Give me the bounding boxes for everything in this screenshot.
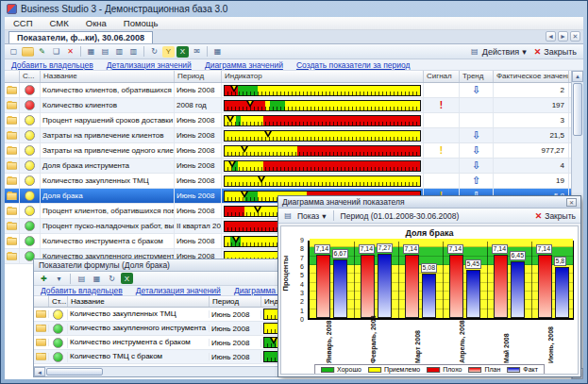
tab-indicators[interactable]: Показатели, ф...ки), 30.06.2008	[8, 31, 153, 43]
table-row[interactable]: Доля брака инструментаИюнь 2008⇩4	[5, 159, 571, 174]
table-row[interactable]: Количество закупленных ТМЦИюнь 2008⇧19	[5, 174, 571, 189]
column-header[interactable]	[5, 71, 20, 82]
print-icon[interactable]: ▥	[127, 46, 140, 58]
save-icon[interactable]: ▦	[91, 273, 103, 284]
show-dropdown-button[interactable]: Показ▾	[297, 211, 327, 221]
table-row[interactable]: Процент нарушений сроков доставки ТМЦИюн…	[5, 113, 571, 128]
actions-button[interactable]: ▤ Действия▾	[470, 46, 527, 58]
indicator-segment	[225, 101, 265, 110]
edit-icon[interactable]: ✎	[36, 46, 48, 58]
scroll-left-icon[interactable]: ◄	[34, 367, 45, 376]
new-icon[interactable]: ▢	[8, 46, 20, 58]
main-toolbar: ▢✎❏✕▦▤▥▥↻YX✉▦ ▤ Действия▾ ✕ Закрыть	[5, 44, 583, 59]
command-link[interactable]: Диаграмма значений	[205, 60, 283, 70]
column-header[interactable]: Ст...	[49, 296, 68, 307]
chart-x-label: Март 2008	[414, 320, 424, 363]
refresh-icon[interactable]: ↻	[148, 46, 160, 58]
clone-icon[interactable]: ❏	[50, 46, 62, 58]
legend-swatch-green	[321, 367, 334, 373]
menu-item[interactable]: СМК	[42, 18, 77, 28]
menu-bar: ССПСМКОкнаПомощь	[5, 17, 583, 30]
legend-swatch-plan	[468, 367, 481, 373]
dropdown-icon[interactable]: ▾	[53, 273, 65, 284]
chart-bar-fact	[422, 274, 436, 318]
filter-icon[interactable]: Y	[162, 46, 175, 58]
delete-icon[interactable]: ✕	[64, 46, 76, 58]
chart-group-separator	[487, 242, 488, 318]
report-icon[interactable]: ▤	[76, 273, 88, 284]
folder-cell	[5, 128, 20, 142]
status-circle-green	[53, 352, 63, 362]
tab-close-icon[interactable]: ✕	[570, 31, 580, 42]
tab-scroll-right-icon[interactable]: ►	[558, 31, 568, 42]
column-header[interactable]: Название	[41, 71, 175, 82]
column-header[interactable]	[34, 296, 49, 307]
chart-area: Доля брака Проценты 7,146,677,147,277,14…	[280, 225, 579, 375]
indicator-cell	[222, 128, 424, 142]
scroll-thumb[interactable]	[573, 83, 582, 136]
period-cell: Июнь 2008	[175, 159, 222, 173]
scroll-up-icon[interactable]: ▲	[572, 71, 583, 82]
chart-bar-fact	[555, 267, 569, 318]
report-icon[interactable]: ▥	[113, 46, 126, 58]
indicator-marker	[246, 101, 254, 108]
folder-icon	[7, 132, 17, 140]
save-icon[interactable]: ▦	[85, 46, 97, 58]
column-header[interactable]: Период	[175, 71, 222, 82]
export-excel-icon[interactable]: X	[121, 273, 133, 284]
indicator-marker	[258, 176, 265, 183]
trend-cell	[460, 98, 494, 112]
column-header[interactable]: Тренд	[460, 71, 494, 82]
open-folder-icon[interactable]	[22, 47, 34, 57]
dialog-close-icon[interactable]: ✕	[566, 198, 577, 207]
folder-cell	[5, 204, 20, 218]
period-cell: Июнь 2008	[175, 189, 222, 203]
column-header[interactable]: Период	[210, 296, 261, 307]
folder-cell	[5, 113, 20, 127]
hscroll-thumb[interactable]	[46, 368, 103, 376]
column-header[interactable]: Сигнал	[424, 71, 460, 82]
indicator-segment	[238, 86, 258, 95]
table-row[interactable]: Затраты на привлечение клиентовИюнь 2008…	[5, 128, 571, 143]
status-cell	[49, 338, 68, 348]
actions-icon: ▤	[470, 46, 479, 58]
column-header[interactable]: Название	[68, 296, 210, 307]
refresh-icon[interactable]: ↻	[106, 273, 118, 284]
table-row[interactable]: Затраты на привлечение одного клиентаИюн…	[5, 143, 571, 159]
table-row[interactable]: Количество клиентов2008 год!197	[5, 98, 571, 113]
dialog-close-button[interactable]: ✕ Закрыть	[535, 211, 576, 221]
column-header[interactable]: Фактическое значение	[494, 71, 569, 82]
signal-cell	[424, 113, 460, 127]
dialog-title-bar[interactable]: Диаграмма значений показателя ✕	[278, 196, 580, 209]
command-link[interactable]: Детализация значений	[107, 60, 192, 70]
command-link[interactable]: Добавить владельцев	[11, 60, 93, 70]
chart-bar-label: 6,45	[510, 251, 527, 260]
status-cell	[49, 324, 68, 334]
tab-scroll-left-icon[interactable]: ◄	[546, 31, 556, 42]
command-link[interactable]: Добавить владельцев	[41, 286, 123, 295]
title-bar[interactable]: Business Studio 3 - Демонстрационная баз…	[1, 1, 587, 17]
table-row[interactable]: Количество клиентов, обратившихся повтор…	[5, 83, 571, 98]
close-view-button[interactable]: ✕ Закрыть	[534, 47, 577, 57]
command-link[interactable]: Создать показатели за период	[296, 60, 411, 70]
menu-item[interactable]: ССП	[5, 18, 42, 28]
chart-title: Доля брака	[281, 226, 578, 239]
chart-bar-plan	[361, 255, 375, 318]
add-icon[interactable]: ✚	[38, 273, 50, 284]
export-excel-icon[interactable]: X	[176, 46, 189, 58]
column-header[interactable]: С...	[20, 71, 41, 82]
save-all-icon[interactable]: ▤	[99, 46, 111, 58]
legend-item: Хорошо	[321, 366, 361, 373]
menu-item[interactable]: Помощь	[115, 18, 167, 28]
trend-cell: ⇩	[460, 143, 494, 158]
column-header[interactable]: Индикатор	[222, 71, 424, 82]
dialog-toolbar: ▤ Показ▾ Период (01.01.2008-30.06.2008) …	[278, 209, 580, 224]
command-link[interactable]: Детализация значений	[136, 286, 221, 295]
chart-bar-plan	[316, 255, 330, 318]
menu-item[interactable]: Окна	[77, 18, 115, 28]
indicator-marker	[241, 146, 248, 153]
indicator-marker	[264, 131, 272, 138]
mail-icon[interactable]: ✉	[191, 46, 203, 58]
grid-settings-icon[interactable]: ▦	[211, 46, 224, 58]
indicator-marker	[241, 192, 248, 198]
